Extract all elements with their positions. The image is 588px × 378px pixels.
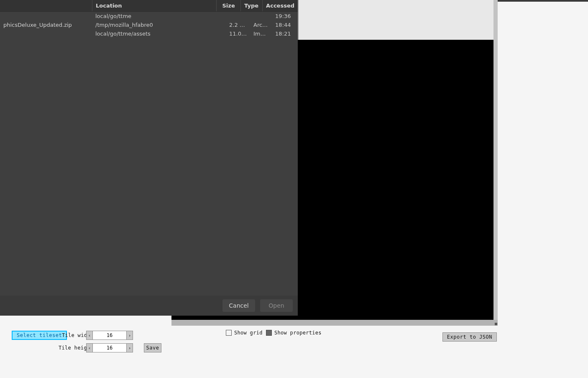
show-properties-checkbox[interactable]: Show properties [266, 330, 322, 336]
file-location-cell: local/go/ttme [92, 13, 226, 19]
canvas-hscrollbar[interactable] [171, 320, 493, 326]
tile-height-input[interactable] [93, 343, 126, 352]
file-location-cell: local/go/ttme/assets [92, 31, 226, 37]
right-side-panel [498, 0, 588, 326]
file-row[interactable]: local/go/ttme/assets 11.0 kB Image 18:21 [0, 29, 298, 38]
column-header-size[interactable]: Size [216, 0, 240, 11]
file-accessed-cell: 18:44 [272, 22, 298, 28]
open-button[interactable]: Open [260, 299, 293, 312]
file-row[interactable]: local/go/ttme 19:36 [0, 12, 298, 21]
cancel-button[interactable]: Cancel [222, 299, 255, 312]
file-name-cell [0, 31, 92, 37]
file-type-cell [250, 13, 272, 19]
column-header-type[interactable]: Type [240, 0, 262, 11]
show-grid-label: Show grid [234, 330, 263, 336]
file-accessed-cell: 19:36 [272, 13, 298, 19]
left-blank-strip [0, 316, 171, 326]
dialog-footer: Cancel Open [0, 296, 298, 316]
file-type-cell: Image [250, 31, 272, 37]
tile-height-decrement[interactable]: ‹ [86, 343, 93, 352]
file-size-cell: 2.2 MB [226, 22, 250, 28]
tile-width-increment[interactable]: › [126, 331, 133, 340]
save-button[interactable]: Save [144, 343, 161, 352]
show-grid-checkbox[interactable]: Show grid [226, 330, 263, 336]
show-properties-label: Show properties [274, 330, 322, 336]
tile-width-decrement[interactable]: ‹ [86, 331, 93, 340]
tile-width-stepper: ‹ › [86, 331, 133, 340]
file-list-body: local/go/ttme 19:36 phicsDeluxe_Updated.… [0, 12, 298, 295]
file-accessed-cell: 18:21 [272, 31, 298, 37]
checkbox-box-icon [226, 330, 232, 336]
canvas-vscrollbar[interactable] [493, 0, 498, 320]
tile-width-input[interactable] [93, 331, 126, 340]
file-type-cell: Archive [250, 22, 272, 28]
tile-height-stepper: ‹ › [86, 343, 133, 352]
file-name-cell [0, 13, 92, 19]
file-row[interactable]: phicsDeluxe_Updated.zip /tmp/mozilla_hfa… [0, 21, 298, 29]
select-tileset-button[interactable]: Select tileset [12, 331, 67, 340]
file-size-cell [226, 13, 250, 19]
column-header-name[interactable] [0, 0, 92, 11]
tile-height-increment[interactable]: › [126, 343, 133, 352]
bottom-toolbar: Select tileset Tile width: ‹ › Tile heig… [0, 326, 588, 378]
file-open-dialog: Location Size Type Accessed local/go/ttm… [0, 0, 298, 316]
file-location-cell: /tmp/mozilla_hfabre0 [92, 22, 226, 28]
column-header-location[interactable]: Location [92, 0, 216, 11]
column-header-accessed[interactable]: Accessed [262, 0, 298, 11]
export-json-button[interactable]: Export to JSON [442, 332, 497, 342]
canvas-resize-grip[interactable] [493, 320, 498, 326]
checkbox-box-icon [266, 330, 272, 336]
file-list-header: Location Size Type Accessed [0, 0, 298, 12]
file-size-cell: 11.0 kB [226, 31, 250, 37]
file-name-cell: phicsDeluxe_Updated.zip [0, 22, 92, 28]
